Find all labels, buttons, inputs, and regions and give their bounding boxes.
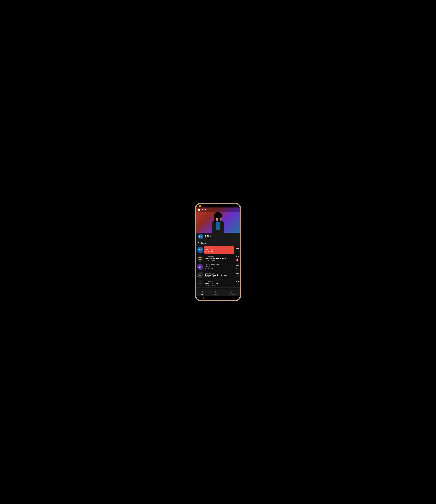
right-num-bein: 1163: [236, 265, 239, 266]
right-time-vevo: 3:0: [237, 284, 238, 286]
mytvplus-icon: ⚇: [231, 291, 233, 293]
right-time-bein: 3:00: [236, 268, 238, 269]
channel-logo-cbsn: CBS N: [198, 234, 203, 239]
nav-live-label: Live: [201, 294, 203, 295]
discover-icon: ◎: [215, 290, 217, 293]
bloomberg-logo-thumb: Bloomberg TV+ Eq: [197, 255, 203, 261]
cbsn-logo: CBSN: [198, 209, 238, 211]
all-channels-label: All channels: [198, 242, 207, 244]
live-icon: ⊙: [201, 291, 203, 293]
channel-list[interactable]: CBS N ★ 1005 CBSN Red & Blue 2:00PM - 3:…: [196, 246, 240, 289]
tastemade-logo-thumb: TASTEMADE: [197, 272, 203, 278]
nav-discover-label: Discover: [214, 294, 218, 295]
prog-time-vevo: 2:00PM - 3:00PM: [205, 285, 234, 286]
prog-channel-label-bein: 1163 beINSPORTS XTRA: [205, 264, 234, 266]
channel-right-bloomberg: 1015 Bl 🕐: [235, 254, 240, 262]
prog-channel-label-vevo: 1514 Vevo Country: [205, 281, 234, 282]
nav-live[interactable]: ⊙ Live: [201, 291, 203, 295]
program-info-cbsn: 1005 CBSN Red & Blue 2:00PM - 3:00PM: [204, 246, 234, 254]
prog-time-cbsn: 2:00PM - 3:00PM: [205, 251, 234, 252]
favorite-star-cbsn: ★: [202, 252, 204, 253]
back-button[interactable]: ‹: [232, 296, 233, 299]
channel-right-bein: 1163 Li 3:00: [235, 263, 240, 271]
channel-row-vevo[interactable]: vevoCOUNTRY 1514 Vevo Country Kickin' Ne…: [196, 279, 240, 288]
vevo-logo-thumb: vevoCOUNTRY: [197, 280, 203, 287]
right-time-tastemade: 3:00: [236, 276, 238, 277]
prog-time-bloomberg: 2:00PM - 3:00PM: [205, 260, 234, 261]
channel-row-cbsn[interactable]: CBS N ★ 1005 CBSN Red & Blue 2:00PM - 3:…: [196, 246, 240, 254]
prog-time-tastemade: 2:00PM - 3:00PM: [205, 276, 234, 278]
nav-discover[interactable]: ◎ Discover: [214, 290, 218, 295]
hero-banner[interactable]: CBSN: [196, 207, 240, 233]
home-button[interactable]: □: [218, 297, 219, 299]
prog-title-vevo: Kickin' New Country: [205, 282, 234, 284]
screen-content: CBSN: [196, 207, 240, 300]
cbsn-logo-bar: CBSN: [196, 207, 240, 212]
program-info-bloomberg: 1015 Bloomberg Bloomberg Markets: The Cl…: [204, 254, 235, 262]
channel-row-bein[interactable]: bein SPORTS XTRA ★ 1163 beINSPORTS XTRA …: [196, 263, 240, 271]
right-abbr-bloomberg: Bl: [237, 257, 238, 259]
wifi-icon: 📶: [199, 205, 201, 207]
nav-mytvplus-label: My TV Plus: [228, 293, 235, 295]
channel-thumb-tastemade: TASTEMADE ★: [196, 271, 204, 279]
prog-title-bloomberg: Bloomberg Markets: The Close: [205, 257, 234, 259]
program-info-tastemade: 1201 Tastemade Struggle Meals - No Kitch…: [204, 271, 235, 279]
channel-show-name: Red & Blue: [204, 235, 213, 237]
program-info-bein: 1163 beINSPORTS XTRA La Liga 2:00PM - 3:…: [204, 263, 235, 271]
nav-mytvplus[interactable]: ⚇ My TV Plus: [228, 291, 235, 295]
right-abbr-tastemade: Br: [237, 274, 238, 276]
cbsn-logo-thumb: CBS N: [197, 247, 203, 253]
favorite-star-tastemade: ★: [202, 277, 204, 278]
filter-row: All channels ▾: [196, 241, 240, 246]
channel-thumb-bloomberg: Bloomberg TV+ Eq ★: [196, 254, 204, 262]
prog-title-cbsn: Red & Blue: [205, 249, 234, 251]
right-time-cbsn: 3:00: [236, 251, 238, 252]
bein-logo-thumb: bein SPORTS XTRA: [197, 264, 203, 270]
channel-title-group: Red & Blue 1005 CBSN: [204, 235, 213, 239]
prog-channel-label-tastemade: 1201 Tastemade: [205, 272, 234, 274]
bottom-nav: ⊙ Live ◎ Discover ⚇ My TV Plus: [196, 289, 240, 296]
system-nav: ||| □ ‹: [196, 296, 240, 300]
all-channels-dropdown[interactable]: All channels ▾: [198, 242, 209, 244]
prog-title-tastemade: Struggle Meals - No Kitchen...: [205, 274, 234, 276]
channel-thumb-cbsn: CBS N ★: [196, 246, 204, 254]
right-abbr-bein: Li: [237, 266, 238, 268]
channel-thumb-bein: bein SPORTS XTRA ★: [196, 263, 204, 271]
phone-screen: 📶 CBSN: [196, 204, 240, 300]
phone-frame: 📶 CBSN: [195, 203, 241, 301]
channel-row-tastemade[interactable]: TASTEMADE ★ 1201 Tastemade Struggle Meal…: [196, 271, 240, 279]
prog-time-bein: 2:00PM - 3:00PM: [205, 268, 234, 270]
cbs-eye-logo: [198, 209, 200, 211]
cbsn-text: CBSN: [201, 209, 206, 211]
status-bar: 📶: [196, 204, 240, 207]
right-abbr-vevo: Co: [237, 283, 238, 284]
favorite-star-bloomberg: ★: [202, 260, 204, 262]
channel-row-bloomberg[interactable]: Bloomberg TV+ Eq ★ 1015 Bloomberg Bloomb…: [196, 254, 240, 263]
channel-info-row: CBS N Red & Blue 1005 CBSN: [196, 233, 240, 241]
recents-button[interactable]: |||: [203, 297, 204, 299]
right-abbr-cbsn: CB: [236, 249, 238, 251]
recording-indicator: 🕐: [236, 259, 238, 261]
right-num-cbsn: 1005: [236, 248, 239, 249]
channel-thumb-vevo: vevoCOUNTRY: [196, 279, 204, 288]
right-num-vevo: 1514: [236, 281, 239, 282]
channel-right-tastemade: 1201 Br 3:00: [235, 271, 240, 279]
right-num-tastemade: 1201: [236, 273, 239, 274]
prog-channel-label-cbsn: 1005 CBSN: [205, 247, 234, 249]
channel-right-vevo: 1514 Co 3:0: [235, 279, 240, 288]
favorite-star-bein: ★: [202, 269, 204, 270]
camera-notch: [216, 205, 218, 206]
channel-right-cbsn: 1005 CB 3:00: [235, 246, 240, 254]
program-info-vevo: 1514 Vevo Country Kickin' New Country 2:…: [204, 279, 235, 288]
dropdown-arrow-icon: ▾: [208, 242, 209, 244]
prog-title-bein: La Liga: [205, 266, 234, 268]
channel-number: 1005 CBSN: [204, 237, 213, 239]
prog-channel-label-bloomberg: 1015 Bloomberg: [205, 256, 234, 257]
right-num-bloomberg: 1015: [236, 256, 239, 257]
